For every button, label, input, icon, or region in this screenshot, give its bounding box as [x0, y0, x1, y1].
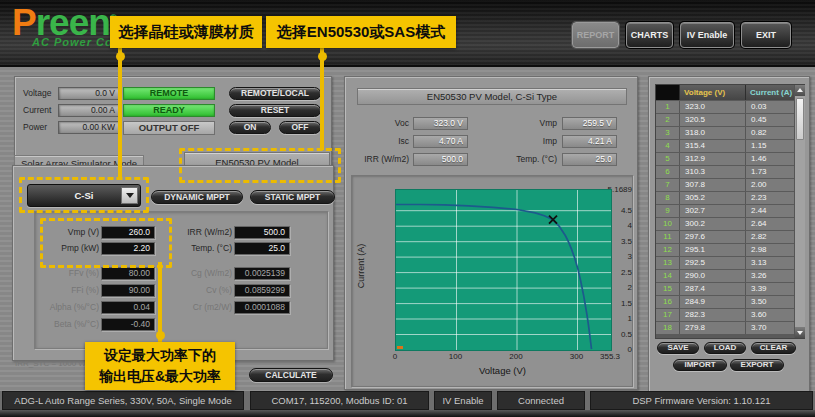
row-voltage: 320.5: [680, 114, 746, 126]
beta-label: Beta (%/°C): [39, 318, 99, 331]
row-voltage: 305.2: [680, 192, 746, 204]
table-row[interactable]: 6310.31.73: [656, 166, 794, 178]
isc-label: Isc: [351, 135, 409, 148]
row-current: 3.26: [746, 270, 794, 282]
row-index: 5: [656, 153, 680, 165]
row-current: 3.50: [746, 296, 794, 308]
row-voltage: 282.3: [680, 309, 746, 321]
row-index: 12: [656, 244, 680, 256]
row-voltage: 292.5: [680, 257, 746, 269]
charts-button[interactable]: CHARTS: [626, 22, 673, 48]
table-row[interactable]: 16284.93.50: [656, 296, 794, 308]
iv-points-table: Voltage (V) Current (A) 1323.00.032320.5…: [655, 84, 805, 339]
dynamic-mppt-button[interactable]: DYNAMIC MPPT: [151, 190, 243, 204]
table-row[interactable]: 15287.43.39: [656, 283, 794, 295]
table-row[interactable]: 18279.83.70: [656, 322, 794, 334]
row-voltage: 323.0: [680, 101, 746, 113]
table-row[interactable]: 11297.62.82: [656, 231, 794, 243]
import-button[interactable]: IMPORT: [673, 359, 727, 371]
row-index: 1: [656, 101, 680, 113]
statusbar-segment: COM17, 115200, Modbus ID: 01: [250, 391, 429, 410]
irr-input[interactable]: 500.0: [234, 226, 290, 239]
scrollbar-thumb[interactable]: [796, 98, 804, 140]
table-scrollbar[interactable]: [794, 85, 805, 338]
row-voltage: 312.9: [680, 153, 746, 165]
model-temp-label: Temp. (°C): [493, 153, 557, 166]
load-button[interactable]: LOAD: [704, 342, 746, 354]
row-current: 2.00: [746, 179, 794, 191]
table-row[interactable]: 17282.33.60: [656, 309, 794, 321]
table-row[interactable]: 4315.41.15: [656, 140, 794, 152]
table-row[interactable]: 13292.53.13: [656, 257, 794, 269]
calculate-button[interactable]: CALCULATE: [249, 368, 333, 382]
voltage-readout: 0.0 V: [58, 87, 120, 100]
table-row[interactable]: 8305.22.23: [656, 192, 794, 204]
chart-y-axis-label: Current (A): [356, 231, 366, 301]
table-row[interactable]: 2320.50.45: [656, 114, 794, 126]
cr-label: Cr (m2/W): [159, 301, 232, 314]
highlight-box-vmp-pmp: [40, 218, 172, 268]
exit-button[interactable]: EXIT: [741, 22, 791, 48]
report-button[interactable]: REPORT: [572, 22, 619, 48]
row-current: 2.23: [746, 192, 794, 204]
ffv-field: 80.00: [101, 267, 155, 280]
table-header-voltage: Voltage (V): [680, 85, 746, 100]
remote-local-button[interactable]: REMOTE/LOCAL: [229, 87, 321, 100]
table-corner-cell: [656, 85, 680, 100]
power-readout: 0.00 KW: [58, 121, 120, 134]
output-off-button[interactable]: OFF: [279, 121, 321, 134]
annotation-leader-line-mode: [320, 46, 324, 150]
brand-logo: Preen® AC Power Corp: [12, 4, 126, 48]
table-body: 1323.00.032320.50.453318.00.824315.41.15…: [656, 101, 794, 339]
row-index: 6: [656, 166, 680, 178]
current-readout: 0.00 A: [58, 104, 120, 117]
callout-power: 设定最大功率下的 输出电压&最大功率: [85, 342, 235, 390]
callout-mode: 选择EN50530或SAS模式: [266, 16, 456, 48]
scroll-up-button[interactable]: [795, 85, 805, 96]
row-voltage: 318.0: [680, 127, 746, 139]
app-window: Preen® AC Power Corp REPORT CHARTS IV En…: [0, 0, 815, 417]
ffi-label: FFi (%): [39, 284, 99, 297]
model-vmp-value: 259.5 V: [562, 117, 617, 130]
save-button[interactable]: SAVE: [657, 342, 699, 354]
table-row[interactable]: 12295.12.98: [656, 244, 794, 256]
row-voltage: 297.6: [680, 231, 746, 243]
annotation-dot-material: [116, 52, 125, 61]
row-index: 4: [656, 140, 680, 152]
scroll-down-button[interactable]: [795, 327, 805, 338]
table-row[interactable]: 1323.00.03: [656, 101, 794, 113]
table-row[interactable]: 9302.72.44: [656, 205, 794, 217]
cv-label: Cv (%): [159, 284, 232, 297]
row-index: 8: [656, 192, 680, 204]
voc-value: 323.0 V: [413, 117, 468, 130]
cg-field: 0.0025139: [234, 267, 290, 280]
row-index: 14: [656, 270, 680, 282]
iv-curve-chart: Current (A) 00.511.522.533.544.55.1689 0…: [351, 175, 633, 387]
reset-button[interactable]: RESET: [229, 104, 321, 117]
table-row[interactable]: 5312.91.46: [656, 153, 794, 165]
ready-status-indicator: READY: [123, 104, 215, 117]
statusbar-segment: ADG-L Auto Range Series, 330V, 50A, Sing…: [2, 391, 244, 410]
table-row[interactable]: 14290.03.26: [656, 270, 794, 282]
power-label: Power: [23, 121, 47, 134]
row-current: 3.70: [746, 322, 794, 334]
row-current: 3.13: [746, 257, 794, 269]
iv-enable-button[interactable]: IV Enable: [680, 22, 734, 48]
table-row[interactable]: 10300.22.64: [656, 218, 794, 230]
static-mppt-button[interactable]: STATIC MPPT: [250, 190, 335, 204]
table-row[interactable]: 7307.82.00: [656, 179, 794, 191]
ffi-field: 90.00: [101, 284, 155, 297]
model-imp-value: 4.21 A: [562, 135, 617, 148]
chart-x-axis-label: Voltage (V): [395, 365, 610, 376]
temp-input[interactable]: 25.0: [234, 242, 290, 255]
export-button[interactable]: EXPORT: [730, 359, 784, 371]
statusbar-segment: IV Enable: [434, 391, 492, 410]
table-header-current: Current (A): [746, 85, 794, 100]
table-row[interactable]: 3318.00.82: [656, 127, 794, 139]
x-tick-label: 355.3: [593, 352, 627, 361]
output-on-button[interactable]: ON: [229, 121, 271, 134]
row-voltage: 284.9: [680, 296, 746, 308]
row-index: 3: [656, 127, 680, 139]
voc-label: Voc: [351, 117, 409, 130]
clear-button[interactable]: CLEAR: [751, 342, 796, 354]
